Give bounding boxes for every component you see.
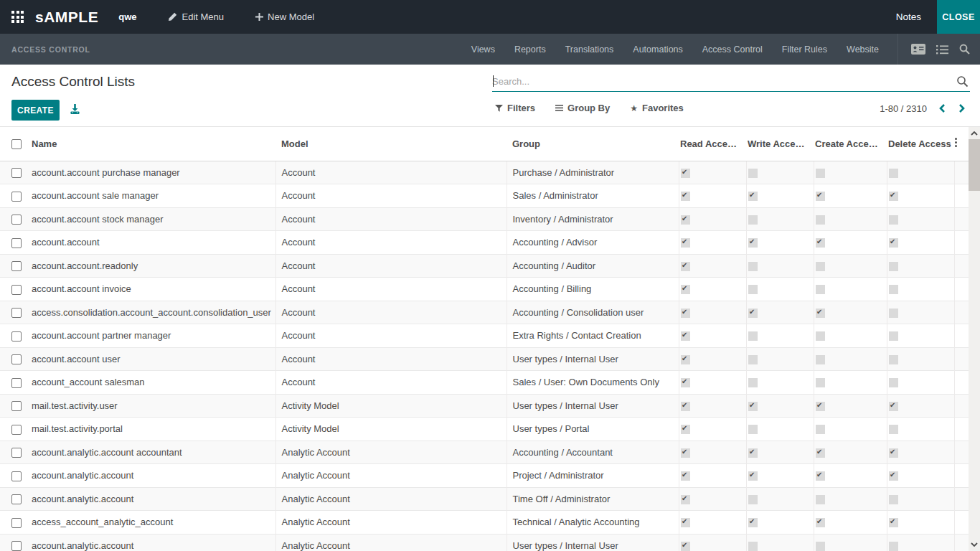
create-access-checkbox[interactable] — [816, 355, 825, 364]
read-access-checkbox[interactable] — [681, 518, 690, 527]
column-header-write-access[interactable]: Write Acce… — [746, 127, 814, 161]
write-access-checkbox[interactable] — [748, 378, 758, 387]
list-view-icon[interactable] — [936, 44, 948, 55]
edit-menu-button[interactable]: Edit Menu — [168, 11, 224, 22]
subnav-search-icon[interactable] — [959, 44, 970, 55]
optional-columns-icon[interactable] — [955, 136, 957, 149]
delete-access-checkbox[interactable] — [889, 238, 898, 248]
delete-access-checkbox[interactable] — [889, 309, 898, 318]
read-access-checkbox[interactable] — [681, 192, 690, 201]
pager-previous-icon[interactable] — [937, 102, 947, 115]
row-select-checkbox[interactable] — [11, 541, 22, 551]
favorites-button[interactable]: ★ Favorites — [630, 103, 684, 113]
delete-access-checkbox[interactable] — [889, 471, 898, 481]
delete-access-checkbox[interactable] — [889, 215, 898, 225]
menu-translations[interactable]: Translations — [565, 44, 614, 55]
notes-button[interactable]: Notes — [896, 11, 921, 22]
read-access-checkbox[interactable] — [681, 331, 690, 341]
nav-item-qwe[interactable]: qwe — [118, 11, 136, 22]
column-header-create-access[interactable]: Create Acce… — [814, 127, 887, 161]
create-access-checkbox[interactable] — [816, 285, 825, 294]
create-access-checkbox[interactable] — [816, 238, 825, 248]
create-access-checkbox[interactable] — [816, 215, 825, 225]
row-select-checkbox[interactable] — [11, 308, 22, 318]
read-access-checkbox[interactable] — [681, 309, 690, 318]
create-access-checkbox[interactable] — [816, 518, 825, 527]
write-access-checkbox[interactable] — [748, 542, 758, 551]
vertical-scrollbar[interactable] — [969, 127, 980, 551]
table-row[interactable]: account.analytic.account accountant Anal… — [0, 441, 969, 464]
menu-reports[interactable]: Reports — [514, 44, 546, 55]
menu-access-control[interactable]: Access Control — [702, 44, 763, 55]
table-row[interactable]: account.analytic.account Analytic Accoun… — [0, 534, 969, 551]
write-access-checkbox[interactable] — [748, 425, 758, 434]
create-access-checkbox[interactable] — [816, 542, 825, 551]
row-select-checkbox[interactable] — [11, 448, 22, 458]
write-access-checkbox[interactable] — [748, 518, 758, 527]
row-select-checkbox[interactable] — [11, 425, 22, 435]
read-access-checkbox[interactable] — [681, 542, 690, 551]
table-row[interactable]: account.account stock manager Account In… — [0, 207, 969, 231]
read-access-checkbox[interactable] — [681, 262, 690, 271]
row-select-checkbox[interactable] — [11, 168, 22, 178]
create-access-checkbox[interactable] — [816, 425, 825, 434]
delete-access-checkbox[interactable] — [889, 518, 898, 527]
read-access-checkbox[interactable] — [681, 378, 690, 387]
pager-next-icon[interactable] — [957, 102, 967, 115]
write-access-checkbox[interactable] — [748, 331, 758, 341]
write-access-checkbox[interactable] — [748, 355, 758, 364]
table-row[interactable]: account.account purchase manager Account… — [0, 161, 969, 184]
read-access-checkbox[interactable] — [681, 471, 690, 481]
row-select-checkbox[interactable] — [11, 285, 22, 295]
table-row[interactable]: account.analytic.account Analytic Accoun… — [0, 464, 969, 488]
write-access-checkbox[interactable] — [748, 238, 758, 248]
delete-access-checkbox[interactable] — [889, 355, 898, 364]
read-access-checkbox[interactable] — [681, 495, 690, 504]
search-icon[interactable] — [956, 75, 969, 90]
delete-access-checkbox[interactable] — [889, 192, 898, 201]
table-row[interactable]: access.consolidation.account_account.con… — [0, 301, 969, 324]
contact-card-view-icon[interactable] — [911, 44, 925, 55]
delete-access-checkbox[interactable] — [889, 542, 898, 551]
create-access-checkbox[interactable] — [816, 378, 825, 387]
table-row[interactable]: account.account user Account User types … — [0, 347, 969, 371]
menu-website[interactable]: Website — [847, 44, 879, 55]
table-row[interactable]: mail.test.activity.user Activity Model U… — [0, 394, 969, 418]
write-access-checkbox[interactable] — [748, 169, 758, 178]
write-access-checkbox[interactable] — [748, 285, 758, 294]
scroll-up-icon[interactable] — [969, 128, 980, 139]
row-select-checkbox[interactable] — [11, 494, 22, 504]
create-access-checkbox[interactable] — [816, 262, 825, 271]
read-access-checkbox[interactable] — [681, 285, 690, 294]
read-access-checkbox[interactable] — [681, 215, 690, 225]
create-access-checkbox[interactable] — [816, 402, 825, 411]
menu-automations[interactable]: Automations — [633, 44, 682, 55]
export-download-icon[interactable] — [70, 104, 80, 115]
row-select-checkbox[interactable] — [11, 518, 22, 528]
delete-access-checkbox[interactable] — [889, 285, 898, 294]
read-access-checkbox[interactable] — [681, 169, 690, 178]
row-select-checkbox[interactable] — [11, 331, 22, 342]
row-select-checkbox[interactable] — [11, 401, 22, 411]
delete-access-checkbox[interactable] — [889, 331, 898, 341]
table-row[interactable]: account.analytic.account Analytic Accoun… — [0, 487, 969, 511]
read-access-checkbox[interactable] — [681, 402, 690, 411]
row-select-checkbox[interactable] — [11, 238, 22, 248]
column-header-name[interactable]: Name — [32, 127, 275, 161]
delete-access-checkbox[interactable] — [889, 495, 898, 504]
write-access-checkbox[interactable] — [748, 471, 758, 481]
create-access-checkbox[interactable] — [816, 471, 825, 481]
menu-views[interactable]: Views — [471, 44, 495, 55]
delete-access-checkbox[interactable] — [889, 402, 898, 411]
apps-menu-icon[interactable] — [11, 11, 24, 23]
write-access-checkbox[interactable] — [748, 262, 758, 271]
column-header-read-access[interactable]: Read Acce… — [679, 127, 746, 161]
read-access-checkbox[interactable] — [681, 355, 690, 364]
scrollbar-thumb[interactable] — [969, 139, 980, 191]
create-access-checkbox[interactable] — [816, 331, 825, 341]
write-access-checkbox[interactable] — [748, 192, 758, 201]
menu-filter-rules[interactable]: Filter Rules — [782, 44, 827, 55]
select-all-checkbox[interactable] — [11, 139, 22, 149]
delete-access-checkbox[interactable] — [889, 378, 898, 387]
brand-logo[interactable]: sAMPLE — [35, 9, 98, 26]
